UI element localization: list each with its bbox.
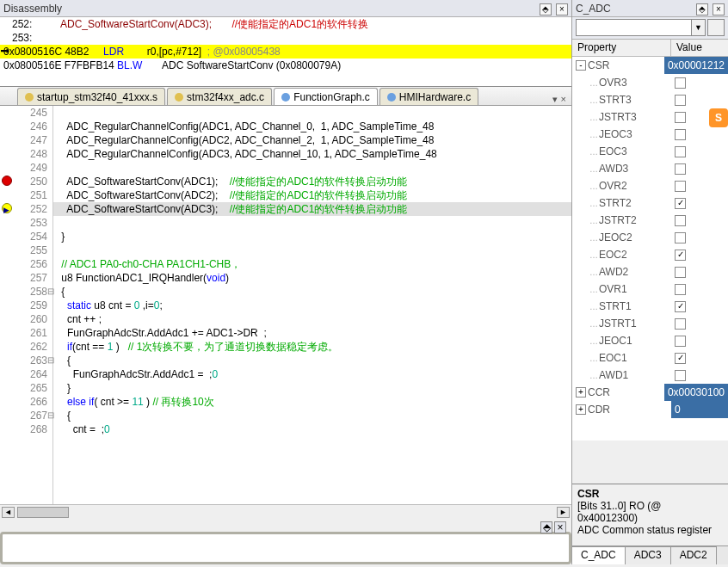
peripheral-tab[interactable]: ADC2	[671, 546, 717, 564]
tab-close-icon[interactable]: ×	[561, 94, 566, 105]
code-line[interactable]: ADC_RegularChannelConfig(ADC2, ADC_Chann…	[53, 133, 571, 147]
fold-icon[interactable]: ⊟	[47, 285, 54, 299]
checkbox[interactable]	[675, 163, 686, 175]
property-value[interactable]	[671, 263, 728, 280]
line-number[interactable]: 268	[0, 422, 52, 436]
close-icon[interactable]: ×	[556, 3, 568, 15]
property-value[interactable]	[671, 298, 728, 315]
checkbox[interactable]	[675, 370, 686, 381]
line-number[interactable]: 255	[0, 243, 52, 257]
code-line[interactable]: FunGraphAdcStr.AddAdc1 += ADC1->DR ;	[53, 326, 571, 340]
ime-indicator-icon[interactable]: S	[709, 108, 728, 127]
line-number[interactable]: 249	[0, 161, 52, 175]
property-row[interactable]: …STRT3	[572, 91, 728, 108]
col-property[interactable]: Property	[572, 40, 671, 56]
cmd-pin-icon[interactable]: ⬘	[540, 521, 552, 533]
checkbox[interactable]	[675, 284, 686, 295]
checkbox[interactable]	[675, 301, 686, 312]
code-line[interactable]: {	[53, 285, 571, 299]
chevron-down-icon[interactable]: ▼	[691, 20, 705, 35]
code-line[interactable]: }	[53, 230, 571, 243]
checkbox[interactable]	[675, 112, 686, 123]
cmd-close-icon[interactable]: ×	[554, 521, 566, 533]
filter-combo[interactable]: ▼	[576, 19, 706, 36]
checkbox[interactable]	[675, 146, 686, 157]
checkbox[interactable]	[675, 250, 686, 261]
line-number[interactable]: 252	[0, 202, 52, 216]
checkbox[interactable]	[675, 267, 686, 278]
property-row[interactable]: …AWD1	[572, 367, 728, 384]
editor-tab[interactable]: stm32f4xx_adc.c	[167, 88, 272, 105]
property-row[interactable]: …EOC1	[572, 349, 728, 367]
property-value[interactable]	[671, 246, 728, 263]
expand-icon[interactable]: +	[576, 387, 586, 398]
property-row[interactable]: …OVR1	[572, 280, 728, 298]
editor-tab[interactable]: FunctionGraph.c	[274, 88, 378, 105]
command-input-box[interactable]	[0, 532, 571, 564]
pin-icon[interactable]: ⬘	[540, 3, 552, 15]
code-line[interactable]: ADC_RegularChannelConfig(ADC1, ADC_Chann…	[53, 120, 571, 133]
property-value[interactable]	[671, 349, 728, 367]
checkbox[interactable]	[675, 215, 686, 226]
disasm-line[interactable]: 253:	[0, 31, 571, 45]
property-value[interactable]	[671, 332, 728, 349]
line-number[interactable]: 259	[0, 299, 52, 312]
line-number[interactable]: 264	[0, 367, 52, 381]
checkbox[interactable]	[675, 181, 686, 192]
property-value[interactable]	[671, 91, 728, 108]
code-line[interactable]: ADC_RegularChannelConfig(ADC3, ADC_Chann…	[53, 147, 571, 161]
expand-icon[interactable]: -	[576, 60, 586, 71]
property-value[interactable]: 0x00030100	[664, 384, 728, 401]
property-row[interactable]: …OVR3	[572, 74, 728, 91]
line-number[interactable]: 254	[0, 230, 52, 243]
property-row[interactable]: …JSTRT1	[572, 315, 728, 332]
code-line[interactable]: FunGraphAdcStr.AddAdc1 = ;0	[53, 367, 571, 381]
code-line[interactable]: cnt = ;0	[53, 422, 571, 436]
code-line[interactable]: {	[53, 409, 571, 422]
code-line[interactable]	[53, 161, 571, 175]
code-line[interactable]: ADC_SoftwareStartConv(ADC1); //使能指定的ADC1…	[53, 175, 571, 188]
line-number[interactable]: 265	[0, 381, 52, 395]
checkbox[interactable]	[675, 198, 686, 209]
code-line[interactable]: {	[53, 354, 571, 367]
code-line[interactable]: static u8 cnt = 0 ,i=0;	[53, 299, 571, 312]
code-line[interactable]: cnt ++ ;	[53, 312, 571, 326]
checkbox[interactable]	[675, 318, 686, 330]
property-row[interactable]: …EOC3	[572, 143, 728, 160]
code-line[interactable]: ADC_SoftwareStartConv(ADC3); //使能指定的ADC1…	[53, 202, 571, 216]
checkbox[interactable]	[675, 336, 686, 347]
line-number[interactable]: 258⊟	[0, 285, 52, 299]
line-number[interactable]: 246	[0, 120, 52, 133]
peripheral-tab[interactable]: C_ADC	[572, 546, 626, 564]
line-number[interactable]: 250	[0, 175, 52, 188]
line-gutter[interactable]: 2452462472482492502512522532542552562572…	[0, 106, 53, 504]
property-value[interactable]	[671, 177, 728, 194]
peripheral-tab[interactable]: ADC3	[626, 546, 671, 564]
breakpoint-icon[interactable]	[2, 176, 12, 186]
property-row[interactable]: …JSTRT2	[572, 212, 728, 229]
line-number[interactable]: 257	[0, 271, 52, 285]
line-number[interactable]: 261	[0, 326, 52, 340]
property-value[interactable]	[671, 229, 728, 246]
property-row[interactable]: …STRT2	[572, 194, 728, 212]
property-row[interactable]: -CSR0x00001212	[572, 57, 728, 74]
property-value[interactable]: 0	[671, 401, 728, 418]
code-content[interactable]: ADC_RegularChannelConfig(ADC1, ADC_Chann…	[53, 106, 571, 504]
expand-icon[interactable]: +	[576, 404, 586, 415]
property-value[interactable]	[671, 280, 728, 298]
fold-icon[interactable]: ⊟	[47, 354, 54, 367]
disasm-line[interactable]: ⮕0x0800516C 48B2 LDR r0,[pc,#712] ; @0x0…	[0, 45, 571, 59]
property-value[interactable]	[671, 367, 728, 384]
property-row[interactable]: …EOC2	[572, 246, 728, 263]
property-value[interactable]	[671, 126, 728, 143]
tab-dropdown-icon[interactable]: ▾	[552, 94, 558, 105]
property-row[interactable]: …JSTRT3	[572, 108, 728, 126]
property-row[interactable]: …STRT1	[572, 298, 728, 315]
editor-tab[interactable]: startup_stm32f40_41xxx.s	[17, 88, 165, 105]
property-value[interactable]	[671, 143, 728, 160]
checkbox[interactable]	[675, 129, 686, 140]
line-number[interactable]: 253	[0, 216, 52, 230]
pin-icon[interactable]: ⬘	[696, 3, 708, 15]
line-number[interactable]: 262	[0, 340, 52, 354]
code-line[interactable]: if(cnt == 1 ) // 1次转换不要，为了通道切换数据稳定考虑。	[53, 340, 571, 354]
